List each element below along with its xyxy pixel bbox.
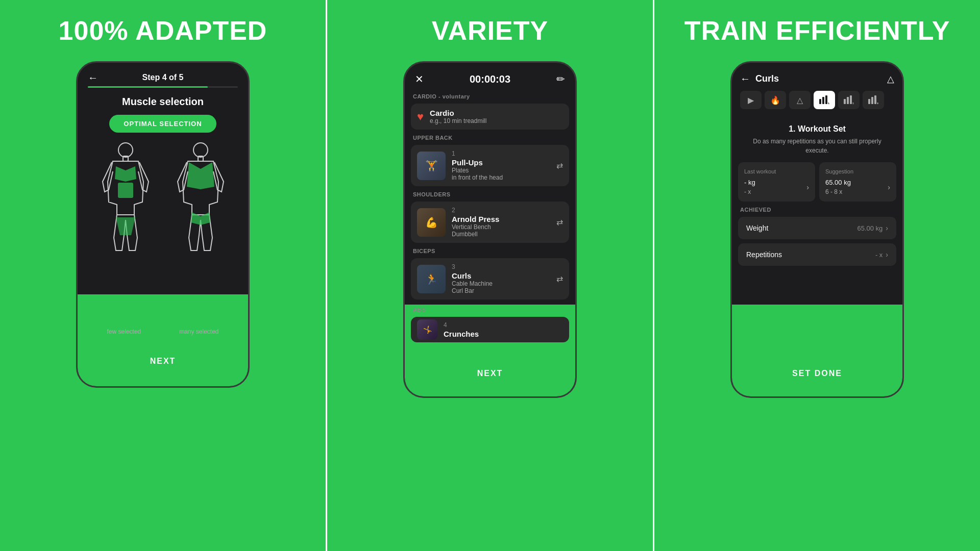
svg-rect-7 [825,95,827,104]
body-back-svg [173,141,229,253]
weight-achieved-row[interactable]: Weight 65.00 kg › [738,217,896,239]
repetitions-achieved-row[interactable]: Repetitions - x › [738,243,896,266]
arnold-name: Arnold Press [452,215,499,223]
crunches-thumbnail: 🤸 [417,319,437,340]
panel3-heading: TRAIN EFFICIENTLY [674,0,961,56]
suggestion-weight: 65.00 kg [825,179,851,186]
svg-rect-2 [118,183,133,198]
pullups-sub1: Plates [452,167,503,174]
progress-fill [88,86,208,88]
curls-info: 3 Curls Cable Machine Curl Bar [452,263,493,294]
phone-2: ✕ 00:00:03 ✏ CARDIO - voluntary ♥ Cardio… [403,56,577,398]
pullups-card[interactable]: 🏋 1 Pull-Ups Plates in front of the head… [411,145,569,186]
workout-set-info: 1. Workout Set Do as many repetitions as… [732,116,902,162]
cardio-exercise-card[interactable]: ♥ Cardio e.g., 10 min treadmill [411,104,569,130]
body-back [173,141,229,324]
close-icon[interactable]: ✕ [415,73,424,85]
next-button-1[interactable]: NEXT [88,348,238,374]
tab-set2[interactable]: ₂ [838,91,860,109]
phone-1: ← Step 4 of 5 Muscle selection OPTIMAL S… [76,56,250,388]
curls-num: 3 [452,263,493,270]
workout-set-title: 1. Workout Set [742,124,892,134]
workout-timer: 00:00:03 [470,73,510,85]
repetitions-value-row: - x › [875,251,888,259]
shoulders-section-label: SHOULDERS [405,191,575,202]
last-workout-arrow: › [806,183,809,191]
pullups-sub2: in front of the head [452,174,503,181]
pullups-name: Pull-Ups [452,158,503,167]
crunches-num: 4 [444,321,479,329]
panel2-heading: VARIETY [422,0,559,56]
next-button-2[interactable]: NEXT [413,361,567,386]
pullups-num: 1 [452,150,503,157]
tab-triangle[interactable]: △ [789,91,811,109]
cardio-sub: e.g., 10 min treadmill [430,117,486,124]
phone3-back-icon[interactable]: ← [740,73,750,85]
svg-text:₁: ₁ [828,101,829,105]
last-workout-box[interactable]: Last workout - kg - x › [738,162,815,202]
svg-rect-6 [822,97,824,104]
curls-sub1: Cable Machine [452,280,493,287]
arnold-info: 2 Arnold Press Vertical Bench Dumbbell [452,207,499,238]
arnold-swap-icon[interactable]: ⇄ [556,217,563,227]
svg-rect-13 [868,99,870,104]
workout-set-description: Do as many repetitions as you can still … [742,137,892,155]
selection-labels: few selected many selected [78,324,248,343]
phone1-header: ← Step 4 of 5 [78,63,248,86]
arnold-press-card[interactable]: 💪 2 Arnold Press Vertical Bench Dumbbell… [411,202,569,243]
weight-value-row: 65.00 kg › [857,224,888,232]
pullups-swap-icon[interactable]: ⇄ [556,161,563,170]
arnold-sub2: Dumbbell [452,231,499,238]
back-icon[interactable]: ← [88,72,98,84]
tab-fire[interactable]: 🔥 [765,91,786,109]
arnold-thumbnail: 💪 [417,208,446,237]
body-front-svg [97,141,154,253]
svg-point-0 [118,143,133,157]
repetitions-label: Repetitions [746,251,782,259]
curls-card[interactable]: 🏃 3 Curls Cable Machine Curl Bar ⇄ [411,258,569,299]
cardio-info: Cardio e.g., 10 min treadmill [430,109,486,124]
progress-bar [88,86,238,88]
crunches-card[interactable]: 🤸 4 Crunches [411,317,569,342]
weight-label: Weight [746,224,768,232]
many-selected-label: many selected [179,328,218,335]
repetitions-chevron: › [886,251,888,259]
tab-play[interactable]: ▶ [740,91,762,109]
suggestion-label: Suggestion [825,168,890,174]
pullups-thumbnail: 🏋 [417,152,446,180]
body-figures [78,141,248,324]
svg-text:₃: ₃ [877,101,878,105]
curls-thumbnail: 🏃 [417,265,446,293]
exercise-tabs: ▶ 🔥 △ ₁ ₂ ₃ [732,91,902,116]
muscle-selection-title: Muscle selection [78,96,248,108]
curls-name: Curls [452,271,493,280]
panel-train-efficiently: TRAIN EFFICIENTLY ← Curls △ ▶ 🔥 △ [654,0,980,551]
edit-icon[interactable]: ✏ [556,73,565,85]
phone-frame-3: ← Curls △ ▶ 🔥 △ ₁ ₂ [730,61,904,398]
crunches-info: 4 Crunches [444,321,479,338]
phone3-header: ← Curls △ [732,63,902,91]
last-workout-reps: - x [744,188,755,195]
optimal-selection-button[interactable]: OPTIMAL SELECTION [109,115,216,133]
curls-swap-icon[interactable]: ⇄ [556,274,563,284]
weight-value: 65.00 kg [857,224,883,232]
tab-set1[interactable]: ₁ [814,91,835,109]
svg-rect-5 [819,99,821,104]
few-selected-label: few selected [107,328,141,335]
upper-back-section-label: UPPER BACK [405,135,575,145]
suggestion-reps: 6 - 8 x [825,188,851,195]
tab-set3[interactable]: ₃ [863,91,884,109]
arnold-sub1: Vertical Bench [452,223,499,231]
svg-rect-9 [844,99,846,104]
triangle-icon[interactable]: △ [887,73,894,85]
arnold-num: 2 [452,207,499,214]
suggestion-box[interactable]: Suggestion 65.00 kg 6 - 8 x › [819,162,896,202]
curls-sub2: Curl Bar [452,287,493,294]
heart-icon: ♥ [417,110,424,123]
pullups-info: 1 Pull-Ups Plates in front of the head [452,150,503,181]
phone-frame-1: ← Step 4 of 5 Muscle selection OPTIMAL S… [76,61,250,388]
svg-rect-14 [871,97,873,104]
panel-variety: VARIETY ✕ 00:00:03 ✏ CARDIO - voluntary … [326,0,654,551]
biceps-section-label: BICEPS [405,248,575,258]
set-done-button[interactable]: SET DONE [740,361,894,386]
